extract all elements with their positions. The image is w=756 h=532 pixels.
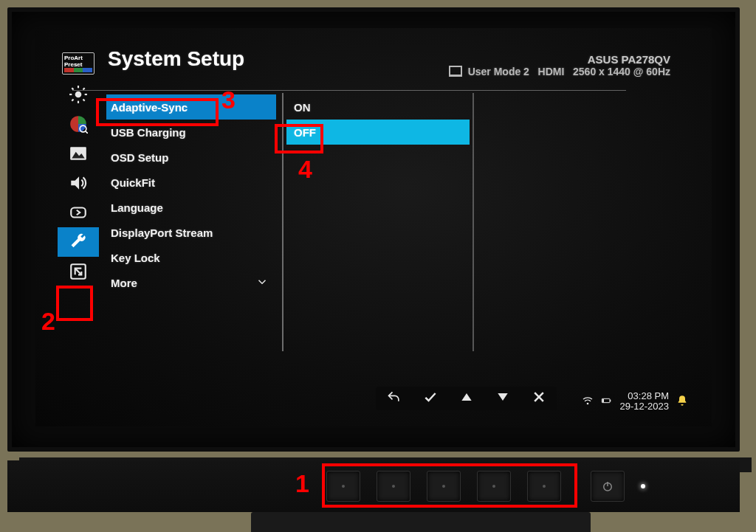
menu-item-key-lock[interactable]: Key Lock: [106, 245, 276, 270]
svg-point-0: [75, 91, 82, 98]
monitor-input: HDMI: [538, 66, 565, 77]
menu-item-quickfit[interactable]: QuickFit: [106, 170, 276, 195]
menu-item-label: More: [111, 277, 137, 289]
osd-nav-hints: [376, 387, 557, 410]
column-divider-1: [282, 93, 284, 351]
wifi-icon[interactable]: [582, 395, 594, 409]
hardware-button-row: [7, 460, 740, 512]
monitor-mode: User Mode 2: [468, 66, 529, 77]
option-on[interactable]: ON: [286, 94, 470, 120]
menu-item-language[interactable]: Language: [106, 195, 276, 220]
sound-icon: [69, 173, 88, 193]
proart-text-1: ProArt: [64, 55, 83, 61]
menu-item-label: Adaptive-Sync: [111, 101, 188, 114]
osd-header: System Setup ASUS PA278QV User Mode 2 HD…: [108, 47, 670, 71]
tray-time: 03:28 PM: [620, 391, 670, 401]
svg-rect-23: [610, 399, 611, 401]
options-menu: ON OFF: [286, 94, 470, 145]
option-label: ON: [294, 101, 311, 114]
shortcut-icon: [69, 262, 88, 281]
sidebar-item-image[interactable]: [58, 139, 99, 168]
svg-line-10: [86, 131, 88, 134]
svg-line-7: [72, 100, 73, 101]
menu-item-displayport-stream[interactable]: DisplayPort Stream: [106, 220, 276, 245]
tray-clock[interactable]: 03:28 PM 29-12-2023: [620, 391, 670, 412]
menu-item-more[interactable]: More: [106, 270, 276, 295]
power-button[interactable]: [591, 471, 625, 502]
chevron-down-icon: [255, 275, 269, 291]
menu-item-usb-charging[interactable]: USB Charging: [106, 120, 276, 145]
sidebar-item-input-source[interactable]: [58, 198, 99, 227]
svg-rect-24: [602, 399, 604, 402]
check-icon: [423, 390, 438, 407]
back-icon: [387, 390, 402, 407]
power-led: [641, 484, 645, 488]
svg-marker-13: [71, 176, 79, 189]
sidebar-item-shortcut[interactable]: [58, 257, 99, 286]
proart-text-2: Preset: [64, 61, 82, 68]
sidebar-item-color[interactable]: [58, 109, 99, 139]
power-icon: [601, 480, 614, 493]
menu-item-osd-setup[interactable]: OSD Setup: [106, 145, 276, 170]
osd-window: ProArt Preset: [58, 47, 670, 365]
sidebar-item-system-setup[interactable]: [58, 227, 99, 257]
sidebar-item-sound[interactable]: [58, 168, 99, 198]
svg-marker-17: [461, 393, 471, 401]
wrench-icon: [69, 232, 88, 252]
menu-item-label: QuickFit: [111, 176, 155, 189]
triangle-up-icon: [459, 390, 474, 407]
hardware-button-5[interactable]: [527, 471, 561, 502]
triangle-down-icon: [495, 390, 510, 407]
notification-bell-icon[interactable]: [676, 395, 688, 409]
system-tray: 03:28 PM 29-12-2023: [582, 391, 689, 412]
proart-icon: ProArt Preset: [62, 52, 94, 75]
monitor-bezel: ProArt Preset: [7, 7, 740, 452]
option-label: OFF: [294, 126, 316, 139]
hardware-button-2[interactable]: [377, 471, 410, 502]
menu-item-label: Key Lock: [111, 252, 160, 264]
monitor-info: ASUS PA278QV User Mode 2 HDMI 2560 x 144…: [449, 53, 670, 77]
option-off[interactable]: OFF: [286, 120, 470, 145]
settings-menu: Adaptive-Sync USB Charging OSD Setup Qui…: [106, 94, 276, 295]
menu-item-label: OSD Setup: [111, 151, 168, 164]
image-icon: [69, 144, 88, 163]
input-source-icon: [69, 203, 88, 222]
svg-line-6: [83, 100, 85, 101]
svg-point-21: [586, 402, 588, 404]
svg-marker-18: [498, 393, 507, 401]
close-icon: [532, 390, 546, 407]
sidebar-item-brightness[interactable]: [58, 80, 99, 109]
monitor-resolution: 2560 x 1440 @ 60Hz: [573, 66, 670, 77]
sidebar-item-proart-preset[interactable]: ProArt Preset: [58, 47, 99, 80]
column-divider-2: [472, 93, 474, 351]
monitor-screen: ProArt Preset: [35, 28, 712, 426]
monitor-model: ASUS PA278QV: [449, 53, 670, 66]
tray-date: 29-12-2023: [620, 401, 670, 412]
menu-item-adaptive-sync[interactable]: Adaptive-Sync: [106, 94, 276, 120]
hardware-button-3[interactable]: [427, 471, 461, 502]
monitor-mini-icon: [449, 66, 462, 77]
svg-rect-14: [71, 208, 86, 218]
menu-item-label: USB Charging: [111, 126, 186, 139]
osd-icon-column: ProArt Preset: [58, 47, 99, 365]
svg-line-16: [75, 269, 82, 275]
hardware-button-1[interactable]: [326, 471, 360, 502]
hardware-button-4[interactable]: [477, 471, 511, 502]
battery-icon[interactable]: [601, 395, 613, 409]
monitor-stand: [251, 512, 591, 532]
brightness-icon: [69, 85, 88, 104]
menu-item-label: DisplayPort Stream: [111, 227, 213, 239]
color-pie-icon: [69, 114, 88, 134]
header-divider: [72, 90, 626, 91]
menu-item-label: Language: [111, 201, 163, 214]
